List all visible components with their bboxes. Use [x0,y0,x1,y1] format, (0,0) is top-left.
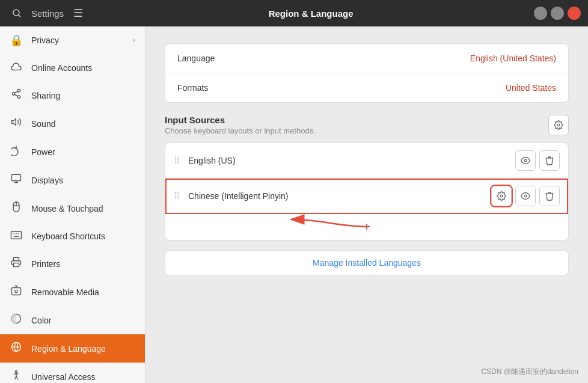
drag-handle-icon[interactable]: ⠿ [174,191,180,201]
sidebar-item-mouse-touchpad[interactable]: Mouse & Touchpad [0,194,145,222]
delete-chinese-button[interactable] [539,186,560,206]
svg-line-1 [19,15,20,17]
language-formats-card: Language English (United States) Formats… [165,43,569,103]
svg-line-33 [16,376,17,379]
app-title: Settings [31,8,64,19]
power-icon [10,145,23,159]
lock-icon: 🔒 [10,34,23,47]
svg-point-3 [12,93,15,96]
sidebar-item-label: Keyboard Shortcuts [31,231,105,241]
color-icon [10,313,23,327]
sidebar-item-label: Mouse & Touchpad [31,204,103,213]
svg-point-37 [524,195,527,197]
display-icon [10,173,23,187]
view-chinese-button[interactable] [515,186,536,206]
formats-value: United States [506,83,556,93]
add-icon: + [363,220,370,234]
sidebar-item-sharing[interactable]: Sharing [0,81,145,109]
sidebar-item-label: Printers [31,259,60,269]
svg-point-23 [15,290,18,293]
input-sources-wrapper: ⠿ English (US) [165,142,569,241]
removable-media-icon [10,285,23,299]
language-label: Language [177,54,215,63]
globe-icon [10,342,23,355]
page-title: Region & Language [88,8,534,19]
input-sources-card: ⠿ English (US) [165,142,569,241]
sidebar-item-label: Power [31,147,55,157]
language-value: English (United States) [470,54,556,63]
sidebar-item-label: Region & Language [31,344,106,354]
sidebar-item-label: Removable Media [31,287,99,297]
sidebar-item-privacy[interactable]: 🔒 Privacy › [0,26,145,54]
add-input-source-button[interactable]: + [165,214,568,240]
view-english-button[interactable] [515,150,536,171]
drag-handle-icon[interactable]: ⠿ [174,156,180,165]
sidebar-item-online-accounts[interactable]: Online Accounts [0,54,145,81]
content-area: Language English (United States) Formats… [145,26,588,383]
input-sources-settings-button[interactable] [548,115,569,135]
keyboard-icon [10,230,23,242]
search-button[interactable] [7,4,26,23]
watermark: CSDN @随遇而安的dandelion [481,367,578,377]
sidebar-item-keyboard-shortcuts[interactable]: Keyboard Shortcuts [0,222,145,250]
svg-point-35 [524,159,527,162]
formats-label: Formats [177,83,208,93]
svg-rect-15 [11,231,21,239]
close-button[interactable]: ✕ [568,7,581,20]
sidebar-item-label: Privacy [31,35,59,45]
sidebar-item-power[interactable]: Power [0,138,145,166]
universal-access-icon [10,370,23,383]
input-sources-header: Input Sources Choose keyboard layouts or… [165,115,569,135]
input-source-name: English (US) [188,156,509,165]
sidebar-item-label: Color [31,316,51,325]
sidebar-item-label: Sharing [31,91,60,100]
sidebar-item-label: Sound [31,119,55,129]
language-row: Language English (United States) [165,44,568,73]
sidebar-item-displays[interactable]: Displays [0,166,145,194]
sharing-icon [10,88,23,102]
svg-point-4 [17,96,20,99]
chevron-right-icon: › [133,36,135,44]
sidebar: 🔒 Privacy › Online Accounts [0,26,145,383]
window-controls: – □ ✕ [534,7,581,20]
mouse-icon [10,201,23,215]
sound-icon [10,117,23,130]
input-source-row-english: ⠿ English (US) [165,143,568,179]
settings-chinese-button[interactable] [491,186,512,206]
input-sources-title-block: Input Sources Choose keyboard layouts or… [165,115,316,135]
sidebar-item-label: Displays [31,176,63,185]
svg-marker-7 [12,119,16,126]
formats-row: Formats United States [165,73,568,102]
sidebar-item-region-language[interactable]: Region & Language [0,334,145,363]
delete-english-button[interactable] [539,150,560,171]
input-source-row-chinese: ⠿ Chinese (Intelligent Pinyin) [165,179,568,214]
svg-line-5 [14,94,17,96]
svg-point-36 [500,195,503,197]
sidebar-item-color[interactable]: Color [0,306,145,334]
cloud-icon [10,61,23,74]
svg-rect-22 [12,288,21,295]
svg-line-6 [14,91,17,93]
hamburger-menu-button[interactable]: ☰ [69,4,88,23]
manage-languages-button[interactable]: Manage Installed Languages [165,250,569,275]
printer-icon [10,257,23,271]
titlebar: Settings ☰ Region & Language – □ ✕ [0,0,588,26]
input-sources-title: Input Sources [165,115,316,125]
svg-point-14 [16,203,17,204]
sidebar-item-removable-media[interactable]: Removable Media [0,278,145,306]
svg-point-2 [17,90,20,93]
svg-rect-8 [12,174,21,181]
sidebar-item-universal-access[interactable]: Universal Access [0,363,145,383]
svg-rect-21 [14,263,19,267]
sidebar-item-sound[interactable]: Sound [0,109,145,138]
source-actions [491,186,560,206]
main-layout: 🔒 Privacy › Online Accounts [0,26,588,383]
sidebar-item-label: Online Accounts [31,63,92,73]
minimize-button[interactable]: – [534,7,547,20]
svg-point-34 [557,124,560,126]
sidebar-item-printers[interactable]: Printers [0,250,145,278]
maximize-button[interactable]: □ [551,7,564,20]
source-actions [515,150,560,171]
sidebar-item-label: Universal Access [31,372,96,382]
input-sources-subtitle: Choose keyboard layouts or input methods… [165,126,316,135]
